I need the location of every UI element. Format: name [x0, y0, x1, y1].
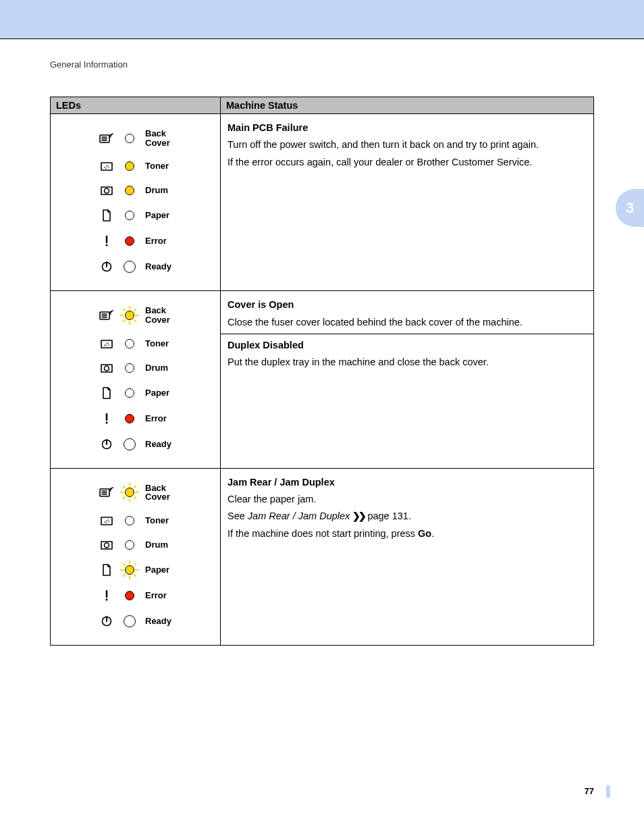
page-number: 77: [585, 786, 594, 796]
svg-point-13: [106, 244, 108, 246]
svg-point-43: [105, 543, 109, 548]
led-row-paper: Paper: [99, 209, 213, 221]
led-cell: BackCover Toner Drum Paper Error Ready: [51, 468, 221, 645]
svg-point-22: [106, 343, 107, 344]
svg-point-38: [106, 520, 107, 521]
table-row: BackCover Toner Drum Paper Error Ready J…: [51, 468, 594, 645]
led-row-paper: Paper: [99, 387, 213, 399]
led-row-toner: Toner: [99, 338, 213, 349]
error-icon: [99, 413, 114, 425]
led-list: BackCover Toner Drum Paper Error Ready: [57, 474, 213, 633]
status-text: Close the fuser cover located behind the…: [227, 314, 587, 331]
status-title: Duplex Disabled: [227, 337, 587, 354]
status-text: See Jam Rear / Jam Duplex ❯❯ page 131.: [227, 508, 587, 525]
led-row-ready: Ready: [99, 261, 213, 273]
svg-point-7: [108, 167, 109, 168]
svg-point-40: [105, 522, 107, 523]
led-row-drum: Drum: [99, 185, 213, 196]
led-row-back_cover: BackCover: [99, 129, 213, 147]
svg-point-8: [105, 167, 107, 169]
table-row: BackCover Toner Drum Paper Error Ready C…: [51, 291, 594, 468]
svg-point-37: [104, 521, 105, 523]
status-title: Cover is Open: [227, 296, 587, 313]
led-row-toner: Toner: [99, 161, 213, 172]
status-cell: Cover is OpenClose the fuser cover locat…: [221, 291, 594, 468]
ready-icon: [99, 261, 114, 273]
status-title: Jam Rear / Jam Duplex: [227, 474, 587, 491]
led-status-table: LEDs Machine Status BackCover Toner Drum…: [50, 97, 594, 646]
svg-point-27: [105, 366, 109, 371]
toner-icon: [99, 338, 114, 349]
led-row-ready: Ready: [99, 615, 213, 627]
status-text: Put the duplex tray in the machine and c…: [227, 354, 587, 371]
chevron-right-icon: ❯❯: [352, 511, 365, 521]
status-cell: Main PCB FailureTurn off the power switc…: [221, 114, 594, 291]
chapter-number: 3: [626, 199, 634, 217]
status-text: Clear the paper jam.: [227, 491, 587, 508]
led-row-error: Error: [99, 413, 213, 425]
col-header-leds: LEDs: [51, 97, 221, 114]
led-row-drum: Drum: [99, 540, 213, 550]
svg-point-24: [105, 345, 107, 346]
back_cover-icon: [99, 487, 114, 498]
led-row-back_cover: BackCover: [99, 306, 213, 324]
svg-point-21: [104, 344, 105, 346]
led-row-toner: Toner: [99, 515, 213, 526]
led-row-back_cover: BackCover: [99, 484, 213, 502]
drum-icon: [99, 185, 114, 196]
svg-point-5: [104, 167, 105, 168]
paper-icon: [99, 209, 114, 221]
toner-icon: [99, 515, 114, 526]
top-bar: [0, 0, 644, 39]
status-cell: Jam Rear / Jam DuplexClear the paper jam…: [221, 468, 594, 645]
ready-icon: [99, 615, 114, 627]
ready-icon: [99, 438, 114, 450]
back_cover-icon: [99, 310, 114, 321]
svg-point-6: [106, 165, 107, 167]
led-list: BackCover Toner Drum Paper Error Ready: [57, 120, 213, 278]
status-text: If the error occurs again, call your dea…: [227, 154, 587, 171]
section-title: General Information: [50, 59, 594, 70]
status-text: If the machine does not start printing, …: [227, 525, 587, 542]
drum-icon: [99, 540, 114, 550]
svg-point-39: [108, 521, 109, 523]
svg-point-25: [107, 342, 109, 344]
error-icon: [99, 590, 114, 602]
svg-point-11: [105, 188, 109, 193]
svg-point-41: [107, 519, 109, 521]
led-row-error: Error: [99, 235, 213, 247]
svg-point-45: [106, 598, 108, 600]
status-text: Turn off the power switch, and then turn…: [227, 136, 587, 153]
status-title: Main PCB Failure: [227, 120, 587, 136]
led-row-drum: Drum: [99, 363, 213, 373]
page-content: General Information LEDs Machine Status …: [0, 39, 644, 646]
back_cover-icon: [99, 133, 114, 144]
svg-point-29: [106, 421, 108, 423]
drum-icon: [99, 363, 114, 373]
col-header-status: Machine Status: [221, 97, 594, 114]
page-number-bar: [606, 785, 610, 798]
toner-icon: [99, 161, 114, 172]
table-row: BackCover Toner Drum Paper Error Ready M…: [51, 114, 594, 291]
led-row-paper: Paper: [99, 564, 213, 576]
led-row-ready: Ready: [99, 438, 213, 450]
paper-icon: [99, 387, 114, 399]
led-cell: BackCover Toner Drum Paper Error Ready: [51, 291, 221, 468]
led-cell: BackCover Toner Drum Paper Error Ready: [51, 114, 221, 291]
error-icon: [99, 235, 114, 247]
paper-icon: [99, 564, 114, 576]
svg-point-23: [108, 344, 109, 346]
led-list: BackCover Toner Drum Paper Error Ready: [57, 296, 213, 455]
led-row-error: Error: [99, 590, 213, 602]
svg-point-9: [107, 165, 109, 166]
